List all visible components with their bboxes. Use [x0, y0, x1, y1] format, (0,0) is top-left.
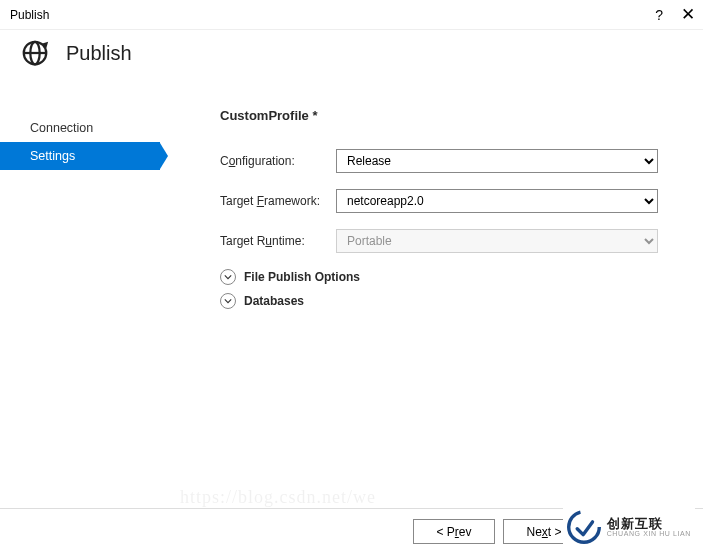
- target-framework-select[interactable]: netcoreapp2.0: [336, 189, 658, 213]
- svg-point-3: [568, 512, 599, 543]
- databases-label: Databases: [244, 294, 304, 308]
- databases-expander[interactable]: Databases: [220, 293, 673, 309]
- label-target-framework: Target Framework:: [220, 194, 332, 208]
- brand-text-cn: 创新互联: [607, 517, 691, 530]
- brand-text-en: CHUANG XIN HU LIAN: [607, 530, 691, 537]
- sidebar-item-connection[interactable]: Connection: [0, 114, 160, 142]
- close-icon[interactable]: ✕: [681, 6, 695, 23]
- file-publish-options-expander[interactable]: File Publish Options: [220, 269, 673, 285]
- file-publish-options-label: File Publish Options: [244, 270, 360, 284]
- help-icon[interactable]: ?: [655, 7, 663, 23]
- sidebar: Connection Settings: [0, 86, 160, 506]
- chevron-down-icon: [220, 293, 236, 309]
- page-title: Publish: [66, 42, 132, 65]
- label-target-runtime: Target Runtime:: [220, 234, 332, 248]
- publish-globe-icon: [20, 38, 50, 68]
- brand-watermark: 创新互联 CHUANG XIN HU LIAN: [563, 506, 695, 548]
- label-configuration: Configuration:: [220, 154, 332, 168]
- window-title: Publish: [10, 8, 49, 22]
- sidebar-item-settings[interactable]: Settings: [0, 142, 160, 170]
- configuration-select[interactable]: Release: [336, 149, 658, 173]
- brand-icon: [567, 510, 601, 544]
- chevron-down-icon: [220, 269, 236, 285]
- target-runtime-select[interactable]: Portable: [336, 229, 658, 253]
- prev-button[interactable]: < Prev: [413, 519, 495, 544]
- profile-heading: CustomProfile *: [220, 108, 673, 123]
